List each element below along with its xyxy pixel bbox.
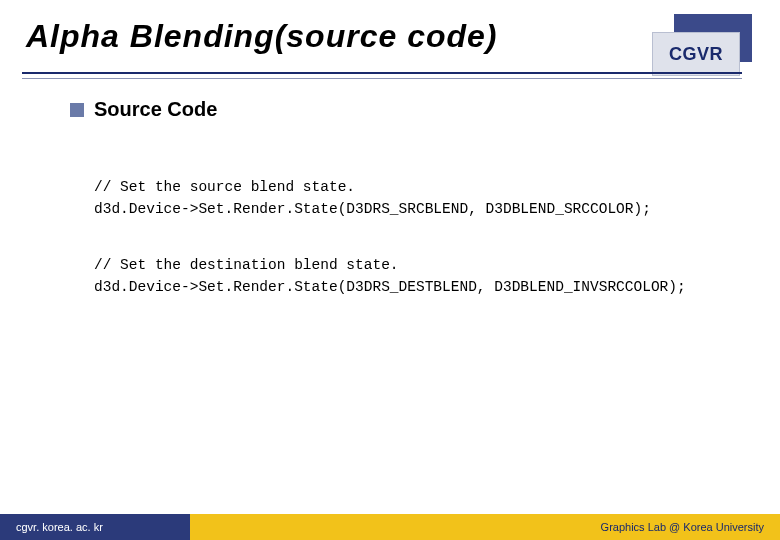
code-line: d3d.Device->Set.Render.State(D3DRS_SRCBL… [94,201,651,217]
code-block-2: // Set the destination blend state. d3d.… [94,254,686,299]
badge-label: CGVR [652,32,740,76]
slide-title: Alpha Blending(source code) [26,18,497,55]
code-line: d3d.Device->Set.Render.State(D3DRS_DESTB… [94,279,686,295]
header-divider-thick [22,72,742,74]
footer-left-text: cgvr. korea. ac. kr [0,514,190,540]
square-bullet-icon [70,103,84,117]
bullet-label: Source Code [94,98,217,121]
footer-right-text: Graphics Lab @ Korea University [190,514,780,540]
bullet-row: Source Code [70,98,217,121]
code-block-1: // Set the source blend state. d3d.Devic… [94,176,651,221]
header-divider-thin [22,78,742,79]
code-line: // Set the destination blend state. [94,257,399,273]
footer-bar: cgvr. korea. ac. kr Graphics Lab @ Korea… [0,514,780,540]
slide: Alpha Blending(source code) CGVR Source … [0,0,780,540]
code-line: // Set the source blend state. [94,179,355,195]
